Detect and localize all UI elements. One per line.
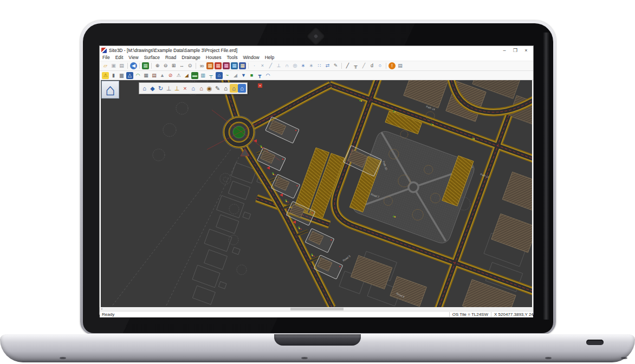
houses-dock-button[interactable]: ⌂ — [101, 81, 119, 99]
statusbar: Ready OS Tile = TL24SW X 520477.3893,Y 2… — [100, 311, 533, 317]
surface-layers-button[interactable]: ▦ — [142, 62, 149, 69]
earthworks-button[interactable]: ◢ — [183, 72, 190, 79]
houses-toolbar: ⌂◆↻⊥⊥×⌂⌂◉✎⌂⌂⌂ — [139, 82, 248, 94]
snap-line-button[interactable]: ╱ — [267, 62, 274, 69]
menu-help[interactable]: Help — [262, 55, 277, 60]
insert-house-button[interactable]: ⌂ — [140, 84, 148, 93]
frame-house-button[interactable]: ⌂ — [230, 84, 238, 93]
set-level-button[interactable]: ⊥ — [173, 84, 181, 93]
dimension-button[interactable]: ╥ — [352, 62, 359, 69]
view-plan-button[interactable]: ▦ — [206, 62, 213, 69]
view-globe-button[interactable]: ▦ — [231, 62, 238, 69]
zoom-out-button[interactable]: ⊖ — [162, 62, 169, 69]
close-button[interactable]: × — [521, 48, 532, 53]
pan-button[interactable]: ↔ — [178, 62, 185, 69]
scroll-left-arrow[interactable]: ‹ — [100, 307, 104, 311]
zoom-in-button[interactable]: ⊕ — [154, 62, 161, 69]
snap-points-button[interactable]: ∷ — [316, 62, 323, 69]
arch-button[interactable]: ◠ — [264, 72, 271, 79]
menu-edit[interactable]: Edit — [113, 55, 126, 60]
tee-junction-button[interactable]: ┳ — [256, 72, 263, 79]
minimize-button[interactable]: – — [499, 48, 510, 53]
delete-house-button[interactable]: × — [181, 84, 189, 93]
titlebar[interactable]: Site3D - [M:\drawings\Example Data\Sampl… — [100, 46, 533, 54]
grid-view-button[interactable]: ▦ — [142, 72, 150, 79]
menu-houses[interactable]: Houses — [203, 55, 224, 60]
status-coordinates: X 520477.3893,Y 244677.3689,2 — [491, 312, 533, 317]
base-notch — [274, 334, 361, 346]
menubar: FileEditViewSurfaceRoadDrainageHousesToo… — [100, 54, 533, 61]
screen-glare — [543, 32, 549, 320]
site-plan: Road 5 Road 7 Road 8 Path 10 Path 11 Pat… — [101, 80, 532, 307]
sketch-button[interactable]: ✎ — [332, 62, 339, 69]
snap-shift-button[interactable]: ⇄ — [324, 62, 331, 69]
road-sign-button[interactable]: ▮ — [110, 72, 117, 79]
menu-drainage[interactable]: Drainage — [179, 55, 203, 60]
house-button[interactable]: ⌂ — [216, 72, 223, 79]
save-button[interactable]: ▣ — [110, 62, 117, 69]
view-model-button[interactable]: ▦ — [239, 62, 246, 69]
view-shade-button[interactable]: ▦ — [215, 62, 222, 69]
snap-free-button[interactable]: · — [251, 62, 258, 69]
excavate-button[interactable]: ▼ — [240, 72, 247, 79]
maximize-button[interactable]: ❐ — [510, 48, 521, 53]
status-ready: Ready — [100, 312, 449, 317]
menu-file[interactable]: File — [100, 55, 113, 60]
edit-house-button[interactable]: ✎ — [213, 84, 222, 93]
horizontal-scrollbar[interactable]: ‹ — [100, 307, 533, 311]
hazard-button[interactable]: ⚠ — [175, 72, 182, 79]
plot-button[interactable]: ■ — [248, 72, 255, 79]
rotate-house-button[interactable]: ↻ — [157, 84, 165, 93]
window-controls: –❐× — [499, 48, 532, 53]
snap-arc-button[interactable]: ∩ — [283, 62, 290, 69]
house-icon: ⌂ — [105, 82, 115, 98]
menu-window[interactable]: Window — [240, 55, 262, 60]
snap-perpendicular-button[interactable]: ⊥ — [275, 62, 282, 69]
warnings-button[interactable]: ! — [388, 62, 396, 69]
draw-line-button[interactable]: ╱ — [344, 62, 351, 69]
profile-button[interactable]: ~ — [224, 72, 231, 79]
zoom-previous-button[interactable]: ⊙ — [186, 62, 193, 69]
structure-button[interactable]: ▆ — [118, 72, 125, 79]
menu-surface[interactable]: Surface — [141, 55, 163, 60]
snap-midpoint-button[interactable]: ∗ — [300, 62, 307, 69]
view-contour-button[interactable]: ▦ — [223, 62, 230, 69]
crossing-button[interactable]: △ — [126, 72, 133, 79]
shade-house-button[interactable]: ⌂ — [222, 84, 230, 93]
road-string-button[interactable]: ▬ — [191, 72, 198, 79]
snap-intersection-button[interactable]: × — [259, 62, 266, 69]
menu-road[interactable]: Road — [163, 55, 179, 60]
toolbar-separator — [151, 63, 152, 69]
move-house-button[interactable]: ◆ — [148, 84, 157, 93]
select-house-button[interactable]: ⌂ — [238, 84, 246, 93]
hazard-check-button[interactable]: ⚠ — [102, 72, 109, 79]
drawing-canvas[interactable]: Road 5 Road 7 Road 8 Path 10 Path 11 Pat… — [101, 80, 532, 307]
back-button[interactable]: ◀ — [130, 62, 137, 69]
snap-node-button[interactable]: ∗ — [308, 62, 315, 69]
ellipse-button[interactable]: ○ — [377, 62, 384, 69]
print-button[interactable]: ▤ — [118, 62, 125, 69]
scrollbar-thumb[interactable] — [290, 308, 344, 310]
copy-house-button[interactable]: ⌂ — [189, 84, 197, 93]
mound-button[interactable]: ◠ — [134, 72, 141, 79]
replace-house-button[interactable]: ⌂ — [197, 84, 205, 93]
snap-centre-button[interactable]: ◎ — [291, 62, 299, 69]
culvert-button[interactable]: ▥ — [199, 72, 206, 79]
junction-button[interactable]: ┬ — [208, 72, 215, 79]
view-2d3d-button[interactable]: 3D — [198, 62, 205, 69]
report-button[interactable]: ▤ — [397, 62, 404, 69]
menu-tools[interactable]: Tools — [224, 55, 241, 60]
level-house-button[interactable]: ⊥ — [165, 84, 173, 93]
drag-house-button[interactable]: ◉ — [205, 84, 213, 93]
arc-button[interactable]: d — [368, 62, 375, 69]
zoom-extents-button[interactable]: ⊞ — [170, 62, 177, 69]
cone-button[interactable]: ▲ — [159, 72, 166, 79]
base-foot — [301, 357, 308, 359]
construction-line-button[interactable]: ╱ — [360, 62, 367, 69]
carriageway-button[interactable]: ▤ — [151, 72, 158, 79]
ramp-button[interactable]: ◢ — [232, 72, 239, 79]
houses-toolbar-close-button[interactable]: × — [258, 83, 262, 88]
open-button[interactable]: ▱ — [102, 62, 109, 69]
menu-view[interactable]: View — [126, 55, 141, 60]
no-entry-button[interactable]: ⊘ — [167, 72, 174, 79]
